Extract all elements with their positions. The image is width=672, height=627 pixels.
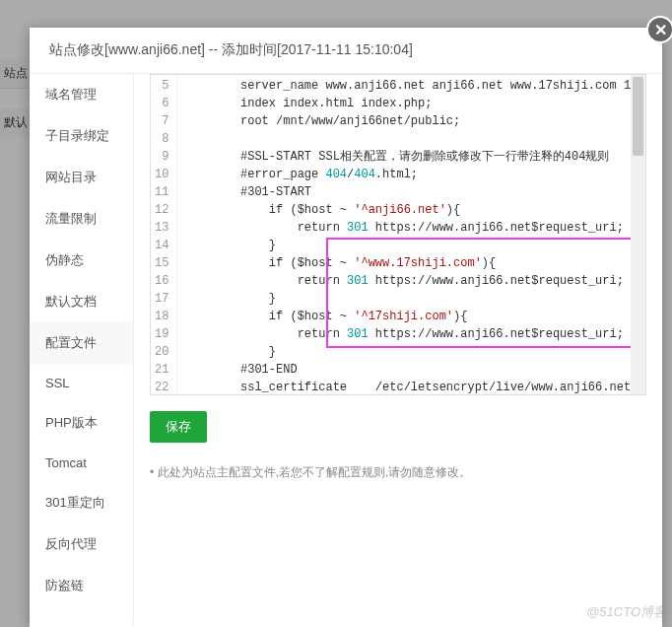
sidebar: 域名管理子目录绑定网站目录流量限制伪静态默认文档配置文件SSLPHP版本Tomc… bbox=[30, 74, 134, 626]
line-number: 15 bbox=[155, 254, 168, 272]
code-line[interactable]: #error_page 404/404.html; bbox=[183, 166, 646, 183]
sidebar-item-2[interactable]: 网站目录 bbox=[30, 157, 133, 198]
line-number: 20 bbox=[155, 343, 168, 361]
line-number: 9 bbox=[155, 148, 168, 166]
sidebar-item-10[interactable]: 301重定向 bbox=[30, 482, 133, 523]
line-gutter: 5678910111213141516171819202122 bbox=[151, 75, 177, 395]
code-line[interactable]: #301-START bbox=[183, 183, 646, 201]
code-line[interactable]: #SSL-START SSL相关配置，请勿删除或修改下一行带注释的404规则 bbox=[183, 148, 646, 166]
sidebar-item-1[interactable]: 子目录绑定 bbox=[30, 115, 133, 157]
modal-body: 域名管理子目录绑定网站目录流量限制伪静态默认文档配置文件SSLPHP版本Tomc… bbox=[30, 74, 662, 626]
code-line[interactable]: root /mnt/www/anji66net/public; bbox=[183, 112, 646, 130]
code-line[interactable]: #301-END bbox=[183, 361, 646, 379]
line-number: 14 bbox=[155, 237, 168, 254]
close-button[interactable]: ✕ bbox=[646, 16, 672, 43]
line-number: 5 bbox=[155, 77, 168, 95]
watermark: @51CTO博客 bbox=[586, 603, 666, 621]
line-number: 8 bbox=[155, 130, 168, 148]
code-line[interactable]: } bbox=[183, 290, 646, 308]
line-number: 6 bbox=[155, 95, 168, 112]
editor-scrollbar[interactable] bbox=[631, 75, 645, 394]
code-line[interactable]: if ($host ~ '^anji66.net'){ bbox=[183, 201, 646, 219]
line-number: 19 bbox=[155, 325, 168, 343]
code-line[interactable]: return 301 https://www.anji66.net$reques… bbox=[183, 219, 646, 237]
line-number: 18 bbox=[155, 308, 168, 325]
scrollbar-thumb[interactable] bbox=[633, 77, 643, 156]
config-editor[interactable]: 5678910111213141516171819202122 server_n… bbox=[150, 74, 646, 395]
sidebar-item-4[interactable]: 伪静态 bbox=[30, 240, 133, 281]
line-number: 11 bbox=[155, 183, 168, 201]
line-number: 10 bbox=[155, 166, 168, 183]
line-number: 21 bbox=[155, 361, 168, 379]
line-number: 17 bbox=[155, 290, 168, 308]
line-number: 7 bbox=[155, 112, 168, 130]
sidebar-item-9[interactable]: Tomcat bbox=[30, 444, 133, 482]
main-panel: 5678910111213141516171819202122 server_n… bbox=[134, 74, 662, 626]
sidebar-item-0[interactable]: 域名管理 bbox=[30, 74, 133, 115]
line-number: 22 bbox=[155, 379, 168, 395]
sidebar-item-3[interactable]: 流量限制 bbox=[30, 198, 133, 240]
code-line[interactable]: return 301 https://www.anji66.net$reques… bbox=[183, 272, 646, 290]
code-line[interactable]: index index.html index.php; bbox=[183, 95, 646, 112]
code-line[interactable]: if ($host ~ '^17shiji.com'){ bbox=[183, 308, 646, 325]
sidebar-item-11[interactable]: 反向代理 bbox=[30, 523, 133, 565]
code-line[interactable]: server_name www.anji66.net anji66.net ww… bbox=[183, 77, 646, 95]
sidebar-item-5[interactable]: 默认文档 bbox=[30, 281, 133, 322]
code-line[interactable]: return 301 https://www.anji66.net$reques… bbox=[183, 325, 646, 343]
line-number: 13 bbox=[155, 219, 168, 237]
config-note: 此处为站点主配置文件,若您不了解配置规则,请勿随意修改。 bbox=[150, 464, 646, 481]
line-number: 16 bbox=[155, 272, 168, 290]
site-edit-modal: ✕ 站点修改[www.anji66.net] -- 添加时间[2017-11-1… bbox=[30, 28, 662, 627]
sidebar-item-6[interactable]: 配置文件 bbox=[30, 322, 133, 364]
code-area[interactable]: server_name www.anji66.net anji66.net ww… bbox=[177, 75, 646, 395]
code-line[interactable]: ssl_certificate /etc/letsencrypt/live/ww… bbox=[183, 379, 646, 395]
code-line[interactable]: } bbox=[183, 343, 646, 361]
code-line[interactable]: if ($host ~ '^www.17shiji.com'){ bbox=[183, 254, 646, 272]
close-icon: ✕ bbox=[654, 21, 667, 39]
modal-title: 站点修改[www.anji66.net] -- 添加时间[2017-11-11 … bbox=[30, 28, 662, 74]
sidebar-item-8[interactable]: PHP版本 bbox=[30, 402, 133, 444]
line-number: 12 bbox=[155, 201, 168, 219]
code-line[interactable]: } bbox=[183, 237, 646, 254]
save-button[interactable]: 保存 bbox=[150, 411, 207, 443]
sidebar-item-7[interactable]: SSL bbox=[30, 364, 133, 402]
code-line[interactable] bbox=[183, 130, 646, 148]
sidebar-item-12[interactable]: 防盗链 bbox=[30, 565, 133, 606]
